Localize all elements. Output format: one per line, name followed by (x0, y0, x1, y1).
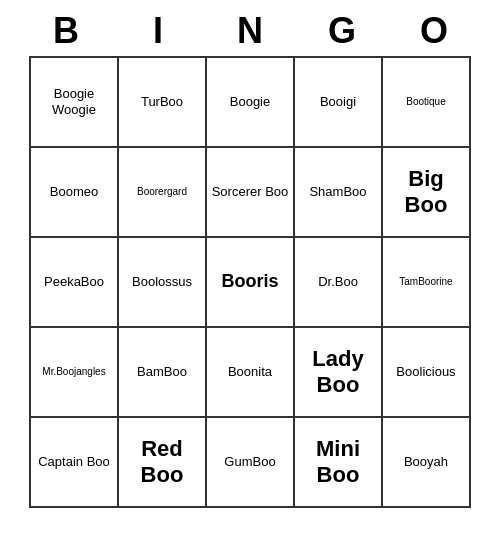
cell-r2-c0: PeekaBoo (31, 238, 119, 328)
cell-r4-c4: Booyah (383, 418, 471, 508)
letter-b: B (22, 10, 110, 52)
letter-o: O (390, 10, 478, 52)
letter-g: G (298, 10, 386, 52)
cell-r4-c3: Mini Boo (295, 418, 383, 508)
cell-r3-c0: Mr.Boojangles (31, 328, 119, 418)
cell-r0-c0: Boogie Woogie (31, 58, 119, 148)
letter-n: N (206, 10, 294, 52)
cell-r3-c3: Lady Boo (295, 328, 383, 418)
cell-r1-c2: Sorcerer Boo (207, 148, 295, 238)
bingo-title: B I N G O (20, 10, 480, 52)
cell-r1-c4: Big Boo (383, 148, 471, 238)
cell-r4-c0: Captain Boo (31, 418, 119, 508)
cell-r0-c1: TurBoo (119, 58, 207, 148)
cell-r4-c1: Red Boo (119, 418, 207, 508)
cell-r1-c1: Boorergard (119, 148, 207, 238)
letter-i: I (114, 10, 202, 52)
bingo-grid: Boogie WoogieTurBooBoogieBooigiBootiqueB… (29, 56, 471, 508)
cell-r2-c4: TamBoorine (383, 238, 471, 328)
cell-r0-c4: Bootique (383, 58, 471, 148)
cell-r2-c1: Boolossus (119, 238, 207, 328)
cell-r3-c4: Boolicious (383, 328, 471, 418)
cell-r2-c2: Booris (207, 238, 295, 328)
cell-r0-c2: Boogie (207, 58, 295, 148)
cell-r1-c3: ShamBoo (295, 148, 383, 238)
cell-r2-c3: Dr.Boo (295, 238, 383, 328)
cell-r3-c1: BamBoo (119, 328, 207, 418)
cell-r4-c2: GumBoo (207, 418, 295, 508)
cell-r0-c3: Booigi (295, 58, 383, 148)
cell-r1-c0: Boomeo (31, 148, 119, 238)
cell-r3-c2: Boonita (207, 328, 295, 418)
